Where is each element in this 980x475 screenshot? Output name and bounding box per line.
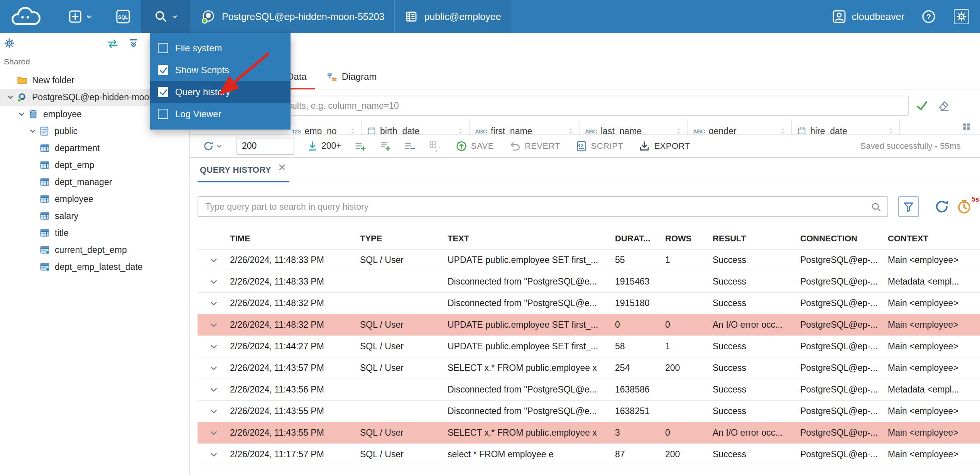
grid-column-last-name[interactable]: ABClast_name: [580, 120, 688, 134]
tree-item-dept-emp-latest-date[interactable]: dept_emp_latest_date: [0, 258, 189, 275]
tree-item-dept-emp[interactable]: dept_emp: [0, 157, 189, 173]
sort-arrows-icon[interactable]: [568, 126, 574, 134]
menu-item-query-history[interactable]: Query history: [150, 81, 291, 103]
sort-arrows-icon[interactable]: [350, 126, 356, 134]
row-expand-chevron-icon[interactable]: [209, 385, 219, 395]
row-expand-chevron-icon[interactable]: [209, 363, 219, 373]
column-header-durat[interactable]: DURAT...: [615, 234, 665, 244]
history-row[interactable]: 2/26/2024, 11:17:57 PMSQL / Userselect *…: [198, 444, 980, 465]
tree-item-department[interactable]: department: [0, 140, 189, 157]
row-expand-chevron-icon[interactable]: [209, 298, 219, 308]
cell-context: Main <employee>: [888, 341, 980, 352]
checkbox-icon[interactable]: [158, 43, 168, 53]
tab-diagram[interactable]: Diagram: [317, 71, 387, 89]
close-icon[interactable]: [277, 163, 287, 172]
grid-column-gender[interactable]: ABCgender: [688, 120, 792, 134]
tree-item-employee[interactable]: employee: [0, 190, 189, 207]
chevron-down-icon[interactable]: [16, 110, 27, 118]
row-expand-chevron-icon[interactable]: [209, 428, 219, 438]
delete-row-button[interactable]: [404, 140, 416, 152]
settings-button[interactable]: [954, 9, 969, 24]
history-search-input[interactable]: [198, 202, 887, 212]
column-header-text[interactable]: TEXT: [448, 234, 615, 244]
history-row[interactable]: 2/26/2024, 11:43:55 PMSQL / UserSELECT x…: [198, 422, 980, 444]
chevron-down-icon[interactable]: [5, 93, 16, 101]
view-icon: [39, 244, 50, 255]
menu-item-show-scripts[interactable]: Show Scripts: [150, 59, 291, 81]
column-header-result[interactable]: RESULT: [713, 234, 800, 244]
script-button[interactable]: SCRIPT: [576, 140, 623, 152]
user-menu[interactable]: cloudbeaver: [832, 9, 904, 24]
sort-arrows-icon[interactable]: [458, 126, 464, 134]
history-row[interactable]: 2/26/2024, 11:43:56 PMDisconnected from …: [198, 379, 980, 401]
history-row[interactable]: 2/26/2024, 11:43:55 PMDisconnected from …: [198, 401, 980, 422]
column-header-context[interactable]: CONTEXT: [888, 234, 980, 244]
row-expand-chevron-icon[interactable]: [209, 255, 219, 265]
history-row[interactable]: 2/26/2024, 11:44:27 PMSQL / UserUPDATE p…: [198, 336, 980, 357]
sort-arrows-icon[interactable]: [780, 126, 786, 134]
tree-item-current-dept-emp[interactable]: current_dept_emp: [0, 241, 189, 258]
row-expand-chevron-icon[interactable]: [209, 277, 219, 287]
grid-column-birth-date[interactable]: birth_date: [362, 120, 470, 134]
apply-filter-check-icon[interactable]: [916, 99, 929, 112]
history-row[interactable]: 2/26/2024, 11:48:33 PMSQL / UserUPDATE p…: [198, 249, 980, 271]
sql-editor-button[interactable]: SQL: [116, 9, 130, 24]
tree-item-dept-manager[interactable]: dept_manager: [0, 173, 189, 190]
revert-button[interactable]: REVERT: [509, 140, 560, 152]
menu-item-log-viewer[interactable]: Log Viewer: [150, 103, 291, 125]
refresh-data-button[interactable]: [203, 140, 223, 152]
tools-menu-button[interactable]: [141, 0, 191, 33]
tree-item-salary[interactable]: salary: [0, 207, 189, 224]
help-button[interactable]: ?: [921, 9, 936, 24]
add-row-button[interactable]: [355, 140, 366, 152]
save-button[interactable]: SAVE: [456, 140, 494, 152]
fetch-more-button[interactable]: 200+: [307, 140, 341, 152]
filter-expression-input[interactable]: [198, 101, 908, 111]
history-row[interactable]: 2/26/2024, 11:48:32 PMDisconnected from …: [198, 293, 980, 314]
cloudbeaver-logo-icon[interactable]: [7, 5, 46, 28]
checkbox-icon[interactable]: [158, 109, 168, 119]
schema-selector[interactable]: public@employee: [394, 0, 511, 33]
sort-arrows-icon[interactable]: [676, 126, 682, 134]
history-row[interactable]: 2/26/2024, 11:48:32 PMSQL / UserUPDATE p…: [198, 314, 980, 336]
clear-filter-eraser-icon[interactable]: [937, 99, 950, 112]
checkbox-icon[interactable]: [158, 87, 168, 97]
cell-text: UPDATE public.employee SET first_...: [448, 255, 615, 265]
history-refresh-button[interactable]: [934, 199, 950, 215]
menu-item-file-system[interactable]: File system: [150, 37, 291, 59]
fetch-size-input[interactable]: [237, 138, 294, 155]
new-connection-button[interactable]: [68, 9, 93, 24]
auto-refresh-timer-button[interactable]: 5s: [956, 199, 972, 215]
sort-arrows-icon[interactable]: [888, 126, 894, 134]
checkbox-icon[interactable]: [158, 65, 168, 75]
cell-time: 2/26/2024, 11:48:33 PM: [230, 255, 360, 265]
refresh-grid-button-disabled[interactable]: [429, 140, 440, 152]
duplicate-row-button[interactable]: [379, 140, 391, 152]
row-expand-chevron-icon[interactable]: [209, 450, 219, 460]
sync-arrows-icon[interactable]: [106, 39, 119, 49]
column-header-time[interactable]: TIME: [230, 234, 360, 244]
grid-settings-icon[interactable]: [961, 122, 972, 132]
row-expand-chevron-icon[interactable]: [209, 406, 219, 416]
column-header-type[interactable]: TYPE: [360, 234, 448, 244]
collapse-all-icon[interactable]: [128, 38, 139, 49]
query-history-tab[interactable]: QUERY HISTORY: [198, 158, 289, 182]
row-expand-chevron-icon[interactable]: [209, 342, 219, 352]
tree-item-title[interactable]: title: [0, 224, 189, 241]
connection-selector[interactable]: PostgreSQL@ep-hidden-moon-55203: [191, 0, 394, 33]
column-header-connection[interactable]: CONNECTION: [800, 234, 888, 244]
row-expand-chevron-icon[interactable]: [209, 320, 219, 330]
history-row[interactable]: 2/26/2024, 11:43:57 PMSQL / UserSELECT x…: [198, 357, 980, 379]
sidebar-settings-gear-icon[interactable]: [4, 38, 15, 49]
history-row[interactable]: 2/26/2024, 11:48:33 PMDisconnected from …: [198, 271, 980, 293]
history-filter-button[interactable]: [898, 196, 919, 217]
export-button[interactable]: EXPORT: [639, 140, 690, 152]
column-header-rows[interactable]: ROWS: [665, 234, 713, 244]
menu-item-label: Query history: [175, 87, 230, 98]
grid-column-emp-no[interactable]: 123emp_no: [286, 120, 362, 134]
cell-duration: 3: [615, 428, 665, 438]
result-filter-row: [198, 95, 980, 116]
grid-column-hire-date[interactable]: hire_date: [792, 120, 900, 134]
grid-column-first-name[interactable]: ABCfirst_name: [470, 120, 580, 134]
chevron-down-icon[interactable]: [27, 127, 38, 135]
